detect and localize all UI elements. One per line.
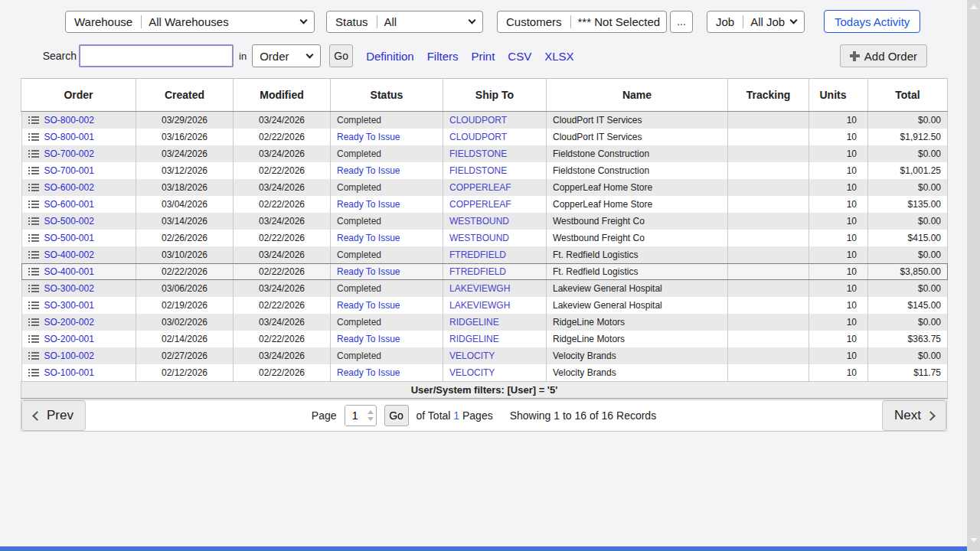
table-row[interactable]: SO-500-002 03/14/2026 03/24/2026 Complet…: [21, 213, 948, 230]
status-cell[interactable]: Completed: [337, 350, 381, 361]
shipto-link[interactable]: FIELDSTONE: [449, 165, 507, 176]
add-order-button[interactable]: Add Order: [840, 44, 927, 67]
shipto-link[interactable]: VELOCITY: [449, 350, 495, 361]
csv-link[interactable]: CSV: [508, 50, 531, 63]
search-go-button[interactable]: Go: [329, 44, 353, 67]
todays-activity-button[interactable]: Todays Activity: [824, 10, 920, 33]
table-row[interactable]: SO-700-001 03/12/2026 02/22/2026 Ready T…: [21, 162, 948, 179]
col-header-created[interactable]: Created: [136, 79, 234, 112]
order-link[interactable]: SO-800-002: [44, 115, 94, 126]
scroll-down-icon[interactable]: [967, 533, 980, 546]
job-select[interactable]: Job All Jobs: [707, 11, 805, 33]
col-header-name[interactable]: Name: [547, 79, 728, 112]
order-link[interactable]: SO-600-002: [44, 182, 94, 193]
table-row[interactable]: SO-300-002 03/06/2026 03/24/2026 Complet…: [21, 280, 948, 297]
table-row[interactable]: SO-800-001 03/16/2026 02/22/2026 Ready T…: [21, 129, 948, 145]
row-list-icon[interactable]: [28, 250, 39, 259]
row-list-icon[interactable]: [28, 183, 39, 192]
order-link[interactable]: SO-500-002: [44, 216, 94, 227]
status-cell[interactable]: Completed: [337, 283, 381, 294]
status-cell[interactable]: Completed: [337, 249, 381, 260]
col-header-total[interactable]: Total: [868, 79, 948, 112]
row-list-icon[interactable]: [28, 351, 39, 360]
shipto-link[interactable]: FTREDFIELD: [449, 266, 506, 277]
order-link[interactable]: SO-600-001: [44, 199, 94, 210]
order-link[interactable]: SO-100-002: [44, 350, 94, 361]
shipto-link[interactable]: WESTBOUND: [449, 216, 509, 227]
customers-more-button[interactable]: ...: [670, 11, 693, 33]
order-link[interactable]: SO-700-001: [44, 165, 94, 176]
row-list-icon[interactable]: [28, 233, 39, 243]
order-link[interactable]: SO-400-001: [44, 266, 94, 277]
row-list-icon[interactable]: [28, 318, 39, 327]
table-row[interactable]: SO-200-002 03/02/2026 03/24/2026 Complet…: [21, 314, 948, 331]
table-row[interactable]: SO-800-002 03/29/2026 03/24/2026 Complet…: [21, 112, 948, 129]
col-header-shipto[interactable]: Ship To: [443, 79, 547, 112]
shipto-link[interactable]: CLOUDPORT: [449, 115, 507, 126]
order-link[interactable]: SO-500-001: [44, 233, 94, 243]
page-spinner[interactable]: [365, 406, 376, 425]
shipto-link[interactable]: COPPERLEAF: [449, 182, 511, 193]
col-header-modified[interactable]: Modified: [234, 79, 331, 112]
customers-field[interactable]: Customers *** Not Selected: [497, 11, 667, 33]
shipto-link[interactable]: CLOUDPORT: [449, 132, 507, 142]
table-row[interactable]: SO-400-002 03/10/2026 03/24/2026 Complet…: [21, 246, 948, 263]
row-list-icon[interactable]: [28, 132, 39, 142]
definition-link[interactable]: Definition: [366, 50, 414, 63]
row-list-icon[interactable]: [28, 301, 39, 310]
row-list-icon[interactable]: [28, 149, 39, 158]
status-cell[interactable]: Completed: [337, 148, 381, 159]
status-cell[interactable]: Completed: [337, 317, 381, 328]
row-list-icon[interactable]: [28, 166, 39, 175]
spinner-up-icon[interactable]: [368, 410, 374, 414]
order-link[interactable]: SO-200-002: [44, 317, 94, 328]
table-row[interactable]: SO-500-001 02/26/2026 02/22/2026 Ready T…: [21, 230, 948, 246]
row-list-icon[interactable]: [28, 368, 39, 377]
order-link[interactable]: SO-200-001: [44, 334, 94, 344]
order-link[interactable]: SO-700-002: [44, 148, 94, 159]
row-list-icon[interactable]: [28, 116, 39, 125]
search-in-select[interactable]: Order: [252, 44, 321, 67]
shipto-link[interactable]: FIELDSTONE: [449, 148, 507, 159]
status-cell[interactable]: Ready To Issue: [337, 233, 400, 243]
spinner-down-icon[interactable]: [368, 417, 374, 421]
print-link[interactable]: Print: [472, 50, 495, 63]
shipto-link[interactable]: WESTBOUND: [449, 233, 509, 243]
shipto-link[interactable]: VELOCITY: [449, 367, 495, 378]
row-list-icon[interactable]: [28, 217, 39, 226]
col-header-tracking[interactable]: Tracking: [728, 79, 809, 112]
page-go-button[interactable]: Go: [384, 405, 409, 426]
row-list-icon[interactable]: [28, 284, 39, 293]
status-cell[interactable]: Ready To Issue: [337, 266, 400, 277]
status-cell[interactable]: Ready To Issue: [337, 165, 400, 176]
table-row[interactable]: SO-400-001 02/22/2026 02/22/2026 Ready T…: [21, 263, 948, 280]
xlsx-link[interactable]: XLSX: [544, 50, 573, 63]
order-link[interactable]: SO-400-002: [44, 249, 94, 260]
status-select[interactable]: Status All: [326, 11, 483, 33]
status-cell[interactable]: Ready To Issue: [337, 300, 400, 311]
order-link[interactable]: SO-100-001: [44, 367, 94, 378]
prev-button[interactable]: Prev: [21, 400, 86, 431]
shipto-link[interactable]: RIDGELINE: [449, 334, 499, 344]
table-row[interactable]: SO-100-002 02/27/2026 03/24/2026 Complet…: [21, 347, 948, 364]
status-cell[interactable]: Completed: [337, 182, 381, 193]
search-input[interactable]: [79, 44, 234, 67]
table-row[interactable]: SO-100-001 02/12/2026 02/22/2026 Ready T…: [21, 364, 948, 382]
table-row[interactable]: SO-600-002 03/18/2026 03/24/2026 Complet…: [21, 179, 948, 196]
status-cell[interactable]: Ready To Issue: [337, 132, 400, 142]
filters-link[interactable]: Filters: [427, 50, 459, 63]
scroll-up-icon[interactable]: [967, 0, 980, 13]
order-link[interactable]: SO-800-001: [44, 132, 94, 142]
order-link[interactable]: SO-300-001: [44, 300, 94, 311]
shipto-link[interactable]: RIDGELINE: [449, 317, 499, 328]
status-cell[interactable]: Completed: [337, 216, 381, 227]
status-cell[interactable]: Ready To Issue: [337, 199, 400, 210]
table-row[interactable]: SO-300-001 02/19/2026 02/22/2026 Ready T…: [21, 297, 948, 314]
page-input[interactable]: [345, 406, 365, 425]
row-list-icon[interactable]: [28, 200, 39, 209]
status-cell[interactable]: Completed: [337, 115, 381, 126]
col-header-units[interactable]: Units: [809, 79, 868, 112]
col-header-status[interactable]: Status: [331, 79, 443, 112]
order-link[interactable]: SO-300-002: [44, 283, 94, 294]
shipto-link[interactable]: LAKEVIEWGH: [449, 300, 510, 311]
